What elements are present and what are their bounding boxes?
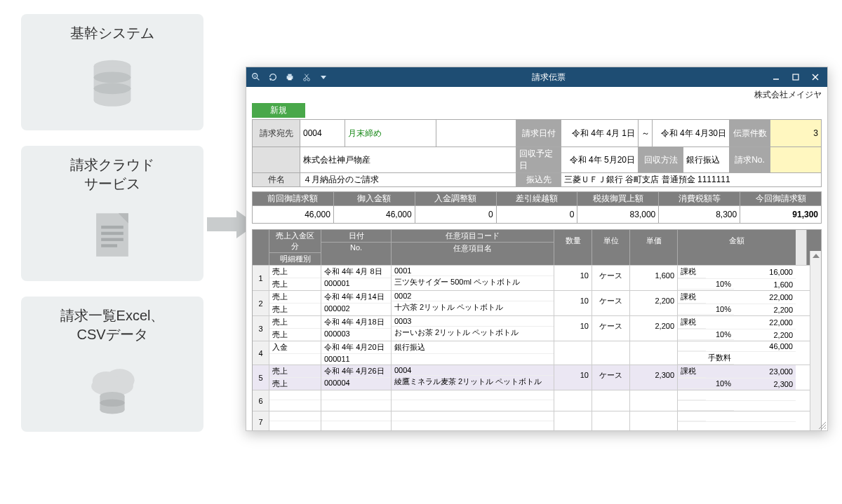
cell-item[interactable]: 銀行振込 bbox=[392, 341, 554, 365]
table-row[interactable]: 1売上売上令和 4年 4月 8日0000010001三ツ矢サイダー 500ml … bbox=[253, 265, 821, 290]
svg-point-17 bbox=[100, 399, 124, 407]
cell-unit[interactable] bbox=[592, 341, 630, 365]
cell-qty[interactable] bbox=[554, 390, 592, 411]
close-button[interactable] bbox=[808, 71, 823, 83]
cell-unit[interactable]: ケース bbox=[592, 316, 630, 341]
label-bill-date: 請求日付 bbox=[516, 120, 561, 147]
col-date-bottom: No. bbox=[321, 243, 391, 252]
col-kubun-bottom: 明細種別 bbox=[269, 253, 321, 265]
dropdown-icon[interactable] bbox=[318, 71, 329, 83]
summary-val-prev: 46,000 bbox=[253, 206, 334, 223]
transfer-to[interactable]: 三菱ＵＦＪ銀行 谷町支店 普通預金 1111111 bbox=[561, 173, 821, 186]
minimize-button[interactable] bbox=[768, 71, 784, 83]
cell-amount[interactable]: 46,000手数料 bbox=[678, 341, 796, 365]
svg-point-26 bbox=[304, 79, 307, 81]
table-row[interactable]: 4入金令和 4年 4月20日000011銀行振込46,000手数料 bbox=[253, 341, 821, 365]
print-icon[interactable] bbox=[284, 71, 295, 83]
table-row[interactable]: 7 bbox=[253, 411, 821, 431]
cell-qty[interactable]: 10 bbox=[554, 266, 592, 290]
summary-col-carry: 差引繰越額 bbox=[497, 192, 578, 205]
cell-amount[interactable]: 課税23,00010%2,300 bbox=[678, 365, 796, 390]
svg-point-16 bbox=[100, 405, 124, 414]
cell-item[interactable]: 0002十六茶 2リットル ペットボトル bbox=[392, 291, 554, 315]
cell-price[interactable]: 2,200 bbox=[630, 316, 678, 341]
col-unit: 単位 bbox=[592, 230, 629, 251]
cell-unit[interactable]: ケース bbox=[592, 365, 630, 390]
row-index: 7 bbox=[253, 411, 269, 431]
summary-val-adjust: 0 bbox=[415, 206, 497, 223]
refresh-icon[interactable] bbox=[267, 71, 279, 83]
cell-qty[interactable]: 10 bbox=[554, 316, 592, 341]
cell-qty[interactable]: 10 bbox=[554, 291, 592, 315]
cell-kubun[interactable]: 売上売上 bbox=[269, 365, 321, 390]
cell-price[interactable] bbox=[630, 411, 678, 431]
cell-price[interactable]: 1,600 bbox=[630, 266, 678, 290]
invoice-no[interactable] bbox=[770, 147, 821, 172]
table-row[interactable]: 2売上売上令和 4年 4月14日0000020002十六茶 2リットル ペットボ… bbox=[253, 290, 821, 315]
maximize-button[interactable] bbox=[788, 71, 803, 83]
cell-qty[interactable] bbox=[554, 341, 592, 365]
cell-unit[interactable]: ケース bbox=[592, 291, 630, 315]
table-row[interactable]: 5売上売上令和 4年 4月26日0000040004綾鷹ミネラル麦茶 2リットル… bbox=[253, 365, 821, 390]
cell-kubun[interactable]: 売上売上 bbox=[269, 266, 321, 290]
cell-date-no[interactable]: 令和 4年 4月 8日000001 bbox=[321, 266, 392, 290]
cell-date-no[interactable] bbox=[321, 390, 392, 411]
vertical-scrollbar[interactable] bbox=[810, 251, 821, 431]
cell-date-no[interactable]: 令和 4年 4月20日000011 bbox=[321, 341, 392, 365]
cell-item[interactable]: 0003おーいお茶 2リットル ペットボトル bbox=[392, 316, 554, 341]
row-index: 5 bbox=[253, 365, 269, 390]
cell-amount[interactable] bbox=[678, 411, 796, 431]
summary-header-row: 前回御請求額 御入金額 入金調整額 差引繰越額 税抜御買上額 消費税額等 今回御… bbox=[253, 192, 821, 206]
cell-kubun[interactable]: 入金 bbox=[269, 341, 321, 365]
bill-date-to[interactable]: 令和 4年 4月30日 bbox=[653, 120, 730, 147]
cell-kubun[interactable]: 売上売上 bbox=[269, 316, 321, 341]
svg-rect-8 bbox=[101, 232, 123, 235]
cell-date-no[interactable]: 令和 4年 4月14日000002 bbox=[321, 291, 392, 315]
cell-price[interactable] bbox=[630, 341, 678, 365]
cell-item[interactable]: 0001三ツ矢サイダー 500ml ペットボトル bbox=[392, 266, 554, 290]
summary-col-deposit: 御入金額 bbox=[334, 192, 415, 205]
row-index: 4 bbox=[253, 341, 269, 365]
table-row[interactable]: 3売上売上令和 4年 4月18日0000030003おーいお茶 2リットル ペッ… bbox=[253, 315, 821, 341]
cell-unit[interactable]: ケース bbox=[592, 266, 630, 290]
row-index: 3 bbox=[253, 316, 269, 341]
cell-kubun[interactable] bbox=[269, 411, 321, 431]
cut-icon[interactable] bbox=[301, 71, 312, 83]
date-tilde: ～ bbox=[639, 120, 653, 147]
cell-amount[interactable] bbox=[678, 390, 796, 411]
cell-qty[interactable] bbox=[554, 411, 592, 431]
cell-item[interactable] bbox=[392, 390, 554, 411]
bill-to-code[interactable]: 0004 bbox=[300, 120, 345, 147]
cell-price[interactable]: 2,300 bbox=[630, 365, 678, 390]
cell-date-no[interactable]: 令和 4年 4月26日000004 bbox=[321, 365, 392, 390]
svg-line-20 bbox=[257, 78, 260, 81]
bill-to-name[interactable]: 株式会社神戸物産 bbox=[300, 147, 516, 172]
resize-grip-icon[interactable] bbox=[817, 421, 826, 429]
zoom-icon[interactable]: + bbox=[250, 71, 262, 83]
cell-kubun[interactable] bbox=[269, 390, 321, 411]
document-icon bbox=[81, 205, 143, 266]
collect-method[interactable]: 銀行振込 bbox=[683, 147, 730, 172]
cell-amount[interactable]: 課税22,00010%2,200 bbox=[678, 291, 796, 315]
cell-qty[interactable]: 10 bbox=[554, 365, 592, 390]
collect-date[interactable]: 令和 4年 5月20日 bbox=[561, 147, 639, 172]
cell-unit[interactable] bbox=[592, 390, 630, 411]
cell-date-no[interactable] bbox=[321, 411, 392, 431]
new-badge: 新規 bbox=[252, 103, 305, 118]
cell-item[interactable]: 0004綾鷹ミネラル麦茶 2リットル ペットボトル bbox=[392, 365, 554, 390]
cell-price[interactable] bbox=[630, 390, 678, 411]
bill-date-from[interactable]: 令和 4年 4月 1日 bbox=[561, 120, 639, 147]
cell-amount[interactable]: 課税22,00010%2,200 bbox=[678, 316, 796, 341]
cell-unit[interactable] bbox=[592, 411, 630, 431]
cell-kubun[interactable]: 売上売上 bbox=[269, 291, 321, 315]
cell-date-no[interactable]: 令和 4年 4月18日000003 bbox=[321, 316, 392, 341]
cell-item[interactable] bbox=[392, 411, 554, 431]
count-value[interactable]: 3 bbox=[770, 120, 821, 147]
subject[interactable]: ４月納品分のご請求 bbox=[300, 173, 516, 186]
summary-col-total: 今回御請求額 bbox=[740, 192, 821, 205]
source-title: 請求クラウド サービス bbox=[28, 156, 196, 193]
cell-amount[interactable]: 課税16,00010%1,600 bbox=[678, 266, 796, 290]
cell-price[interactable]: 2,200 bbox=[630, 291, 678, 315]
invoice-window: + 請求伝票 株式会社メイジヤ 新規 請求宛先 bbox=[246, 67, 828, 431]
table-row[interactable]: 6 bbox=[253, 390, 821, 411]
